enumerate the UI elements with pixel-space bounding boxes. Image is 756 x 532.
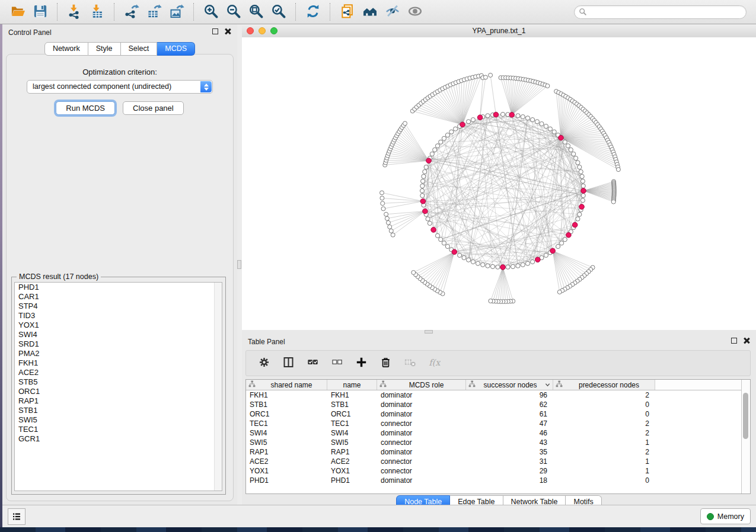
table-cell: 29 [466, 466, 553, 476]
show-columns-button[interactable] [281, 356, 295, 370]
control-panel-tabs: Network Style Select MCDS [2, 42, 237, 56]
table-row[interactable]: RAP1RAP1dominator352 [246, 447, 750, 457]
tab-select[interactable]: Select [121, 42, 158, 56]
table-cell: 0 [553, 409, 655, 419]
delete-row-icon [379, 356, 392, 370]
table-row[interactable]: TEC1TEC1connector472 [246, 419, 750, 428]
zoom-in-button[interactable] [202, 2, 221, 21]
table-scrollbar[interactable] [741, 380, 750, 493]
export-table-icon [146, 4, 162, 21]
column-header-shared-name[interactable]: shared name [246, 380, 327, 390]
task-history-button[interactable] [8, 508, 25, 525]
mcds-result-item[interactable]: SRD1 [15, 339, 222, 349]
mcds-result-item[interactable]: YOX1 [15, 321, 222, 330]
zoom-fit-button[interactable] [247, 2, 266, 21]
tab-mcds[interactable]: MCDS [157, 42, 195, 56]
mcds-result-item[interactable]: SWI5 [15, 415, 222, 425]
table-cell: 0 [553, 400, 655, 409]
import-network-button[interactable] [65, 2, 84, 21]
table-cell: 2 [553, 447, 655, 457]
optimization-criterion-select[interactable]: largest connected component (undirected) [27, 80, 213, 94]
table-panel-title: Table Panel [248, 338, 285, 346]
export-table-button[interactable] [145, 2, 164, 21]
mcds-result-item[interactable]: STP4 [15, 302, 222, 311]
mcds-result-item[interactable]: TEC1 [15, 425, 222, 434]
table-row[interactable]: ORC1ORC1dominator610 [246, 409, 750, 419]
column-header-predecessor-nodes[interactable]: predecessor nodes [553, 380, 655, 390]
export-image-button[interactable] [167, 2, 186, 21]
column-header-MCDS-role[interactable]: MCDS role [377, 380, 466, 390]
mcds-list-scrollbar[interactable] [214, 283, 222, 491]
close-panel-button[interactable]: Close panel [123, 101, 184, 115]
mcds-result-item[interactable]: FKH1 [15, 358, 222, 368]
network-window-titlebar[interactable]: YPA_prune.txt_1 [242, 24, 756, 38]
show-all-icon [407, 4, 423, 21]
vertical-splitter-handle[interactable] [237, 260, 241, 269]
add-row-button[interactable] [354, 356, 368, 370]
float-table-panel-icon[interactable] [731, 338, 737, 344]
refresh-button[interactable] [304, 2, 323, 21]
float-panel-icon[interactable] [212, 28, 218, 34]
mcds-result-item[interactable]: TID3 [15, 311, 222, 321]
column-header-name[interactable]: name [327, 380, 377, 390]
export-network-button[interactable] [122, 2, 141, 21]
mcds-result-item[interactable]: STB1 [15, 406, 222, 415]
table-scrollbar-thumb[interactable] [743, 393, 748, 439]
mcds-result-item[interactable]: ACE2 [15, 368, 222, 377]
toolbar-separator [330, 3, 331, 21]
table-row[interactable]: SWI4SWI4dominator462 [246, 428, 750, 438]
mcds-result-item[interactable]: SWI4 [15, 330, 222, 339]
mcds-result-item[interactable]: RAP1 [15, 396, 222, 406]
tree-icon [379, 380, 387, 389]
show-all-button[interactable] [406, 2, 425, 21]
open-button[interactable] [8, 2, 27, 21]
table-cell: 1 [553, 438, 655, 447]
import-table-button[interactable] [88, 2, 107, 21]
refresh-icon [305, 4, 321, 21]
run-mcds-button[interactable]: Run MCDS [56, 101, 115, 115]
table-cell: 47 [466, 419, 553, 428]
table-row[interactable]: ACE2ACE2connector311 [246, 457, 750, 466]
tab-style[interactable]: Style [88, 42, 121, 56]
table-row[interactable]: PHD1PHD1dominator180 [246, 476, 750, 485]
select-all-button[interactable] [305, 356, 320, 370]
delete-row-button[interactable] [378, 356, 393, 370]
mcds-result-item[interactable]: STB5 [15, 377, 222, 387]
network-canvas[interactable] [242, 37, 756, 330]
clone-network-button[interactable] [338, 2, 357, 21]
first-neighbors-button[interactable] [361, 2, 379, 21]
hide-selected-icon [385, 4, 400, 21]
mcds-result-item[interactable]: GCR1 [15, 434, 222, 444]
search-icon [579, 8, 587, 18]
open-icon [10, 4, 25, 21]
toolbar-separator [114, 3, 115, 21]
table-row[interactable]: YOX1YOX1connector291 [246, 466, 750, 476]
save-button[interactable] [31, 2, 50, 21]
main-toolbar [0, 0, 756, 24]
table-cell: PHD1 [246, 476, 327, 485]
zoom-out-button[interactable] [224, 2, 243, 21]
tab-network[interactable]: Network [44, 42, 88, 56]
close-panel-icon[interactable] [224, 28, 231, 35]
table-cell: 35 [466, 447, 553, 457]
column-header-successor-nodes[interactable]: successor nodes [466, 380, 553, 390]
mcds-result-item[interactable]: ORC1 [15, 387, 222, 396]
mcds-result-item[interactable]: PHD1 [15, 283, 222, 292]
table-cell: SWI4 [327, 428, 377, 438]
settings-button[interactable] [257, 356, 271, 370]
memory-button[interactable]: Memory [700, 508, 751, 524]
search-input[interactable] [574, 5, 747, 19]
network-graph[interactable] [242, 37, 756, 330]
table-row[interactable]: SWI5SWI5connector431 [246, 438, 750, 447]
zoom-selected-button[interactable] [269, 2, 288, 21]
toolbar-groups [4, 2, 429, 21]
deselect-all-button[interactable] [330, 356, 344, 370]
hide-selected-button[interactable] [383, 2, 402, 21]
close-table-panel-icon[interactable] [743, 337, 750, 344]
column-menu-chevron-icon[interactable] [545, 381, 550, 389]
mcds-result-item[interactable]: CAR1 [15, 292, 222, 302]
table-row[interactable]: STB1STB1dominator620 [246, 400, 750, 409]
mcds-result-item[interactable]: PMA2 [15, 349, 222, 358]
desktop-wallpaper-strip [0, 527, 756, 532]
table-row[interactable]: FKH1FKH1dominator962 [246, 390, 750, 400]
